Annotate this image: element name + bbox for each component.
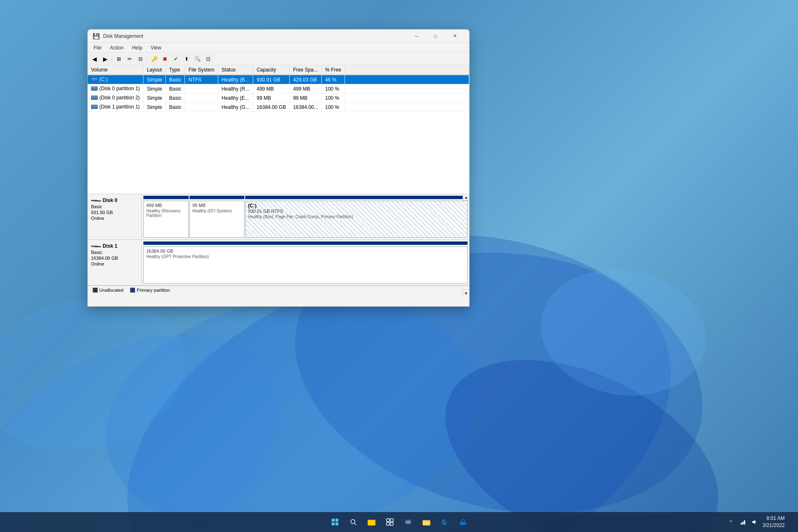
taskbar-right: ^ 8:01 AM 3/21/2022 [726, 515, 791, 530]
disk-icon-0 [91, 199, 101, 202]
toolbar-key[interactable]: 🔑 [149, 54, 159, 64]
cell-type: Basic [166, 84, 185, 94]
tray-chevron[interactable]: ^ [726, 517, 736, 527]
taskbar-clock[interactable]: 8:01 AM 3/21/2022 [763, 515, 785, 529]
col-filesystem[interactable]: File System [185, 65, 218, 75]
toolbar-back[interactable]: ◀ [89, 54, 99, 64]
disk-name-label-0: Disk 0 [103, 197, 117, 203]
cell-filesystem [185, 94, 218, 103]
toolbar-snap[interactable]: ⊟ [135, 54, 145, 64]
search-taskbar-button[interactable] [346, 515, 361, 530]
volume-label: (Disk 0 partition 2) [91, 95, 140, 101]
start-button[interactable] [328, 515, 342, 530]
file-explorer-button[interactable] [364, 515, 379, 530]
taskbar-center [328, 515, 470, 530]
taskbar-date: 3/21/2022 [763, 522, 785, 529]
col-type[interactable]: Type [166, 65, 185, 75]
svg-rect-17 [387, 522, 389, 525]
legend-label-unallocated: Unallocated [99, 288, 123, 293]
taskbar: ^ 8:01 AM 3/21/2022 [0, 512, 798, 532]
maximize-button[interactable]: □ [426, 30, 445, 43]
menu-help[interactable]: Help [128, 43, 147, 53]
disk-partitions-0: 499 MBHealthy (Recovery Partition99 MBHe… [142, 194, 469, 239]
toolbar: ◀ ▶ ⊞ ✏ ⊟ 🔑 ✖ ✔ ⬆ 🔍 ⊡ [88, 53, 469, 65]
cell-volume: (Disk 0 partition 2) [88, 94, 143, 103]
partition-desc-0-1: Healthy (EFI System) [192, 209, 241, 213]
bar-seg-1-0 [143, 241, 468, 245]
show-desktop[interactable] [788, 515, 791, 530]
disk-name-label-1: Disk 1 [103, 243, 117, 249]
toolbar-forward[interactable]: ▶ [100, 54, 110, 64]
toolbar-snap2[interactable]: ⊡ [203, 54, 213, 64]
close-button[interactable]: ✕ [445, 30, 464, 43]
tray-volume[interactable] [749, 517, 759, 527]
volume-label: (Disk 1 partition 1) [91, 104, 140, 110]
cell-volume: (Disk 1 partition 1) [88, 103, 143, 112]
menu-file[interactable]: File [89, 43, 106, 53]
col-capacity[interactable]: Capacity [253, 65, 290, 75]
cell-filesystem [185, 103, 218, 112]
svg-point-21 [408, 522, 409, 522]
menu-action[interactable]: Action [106, 43, 128, 53]
toolbar-check[interactable]: ✔ [171, 54, 181, 64]
legend-box-unallocated [93, 288, 98, 293]
svg-rect-9 [332, 522, 335, 525]
toolbar-sep-1 [112, 55, 112, 63]
table-row[interactable]: (Disk 1 partition 1) Simple Basic Health… [88, 103, 469, 112]
tray-network[interactable] [738, 517, 748, 527]
cell-volume: (C:) [88, 75, 143, 84]
edge-browser-button[interactable] [437, 515, 452, 530]
task-view-button[interactable] [382, 515, 397, 530]
toolbar-search[interactable]: 🔍 [192, 54, 202, 64]
disk-type-1: Basic [91, 250, 138, 255]
chat-button[interactable] [401, 515, 416, 530]
cell-volume: (Disk 0 partition 1) [88, 84, 143, 94]
cell-extra [345, 84, 469, 94]
cell-pct-free: 100 % [322, 94, 345, 103]
cell-type: Basic [166, 94, 185, 103]
partition-desc-0-0: Healthy (Recovery Partition [146, 209, 186, 218]
drive-icon-2 [91, 96, 98, 100]
scroll-up-arrow[interactable]: ▲ [463, 194, 469, 201]
folder-button[interactable] [419, 515, 434, 530]
cell-layout: Simple [143, 103, 166, 112]
legend-unallocated: Unallocated [93, 288, 123, 293]
toolbar-properties[interactable]: ⊞ [114, 54, 124, 64]
cell-layout: Simple [143, 75, 166, 84]
table-row[interactable]: (C:) Simple Basic NTFS Healthy (B... 930… [88, 75, 469, 84]
col-pct-free[interactable]: % Free [322, 65, 345, 75]
volume-label: (C:) [91, 76, 108, 82]
disk-view-area: Disk 0 Basic 931.50 GB Online 499 MBHeal… [88, 194, 469, 306]
partition-size-0-2: 930.91 GB NTFS [248, 209, 465, 214]
col-volume[interactable]: Volume [88, 65, 143, 75]
drive-icon-0 [91, 77, 98, 81]
partition-block-0-0[interactable]: 499 MBHealthy (Recovery Partition [143, 201, 189, 238]
volume-label: (Disk 0 partition 1) [91, 86, 140, 91]
partition-block-0-1[interactable]: 99 MBHealthy (EFI System) [190, 201, 244, 238]
cell-layout: Simple [143, 94, 166, 103]
col-layout[interactable]: Layout [143, 65, 166, 75]
svg-marker-30 [752, 520, 755, 524]
drive-icon-1 [91, 86, 98, 91]
col-status[interactable]: Status [218, 65, 253, 75]
col-free[interactable]: Free Spa... [290, 65, 322, 75]
disk-icon-1 [91, 245, 101, 247]
menu-view[interactable]: View [146, 43, 165, 53]
toolbar-up[interactable]: ⬆ [182, 54, 192, 64]
cell-filesystem [185, 84, 218, 94]
scroll-down-arrow[interactable]: ▼ [463, 290, 469, 296]
cell-capacity: 499 MB [253, 84, 290, 94]
partition-block-1-0[interactable]: 16384.00 GBHealthy (GPT Protective Parti… [143, 246, 468, 283]
titlebar-left: 💾 Disk Management [93, 33, 143, 39]
partition-block-0-2[interactable]: (C:)930.91 GB NTFSHealthy (Boot, Page Fi… [245, 201, 468, 238]
table-row[interactable]: (Disk 0 partition 1) Simple Basic Health… [88, 84, 469, 94]
toolbar-edit[interactable]: ✏ [125, 54, 135, 64]
disk-name-0: Disk 0 [91, 197, 138, 203]
minimize-button[interactable]: ─ [407, 30, 426, 43]
titlebar: 💾 Disk Management ─ □ ✕ [88, 30, 469, 43]
toolbar-delete[interactable]: ✖ [160, 54, 170, 64]
store-button[interactable] [456, 515, 470, 530]
cell-pct-free: 100 % [322, 84, 345, 94]
table-row[interactable]: (Disk 0 partition 2) Simple Basic Health… [88, 94, 469, 103]
partition-blocks-1: 16384.00 GBHealthy (GPT Protective Parti… [143, 246, 468, 283]
